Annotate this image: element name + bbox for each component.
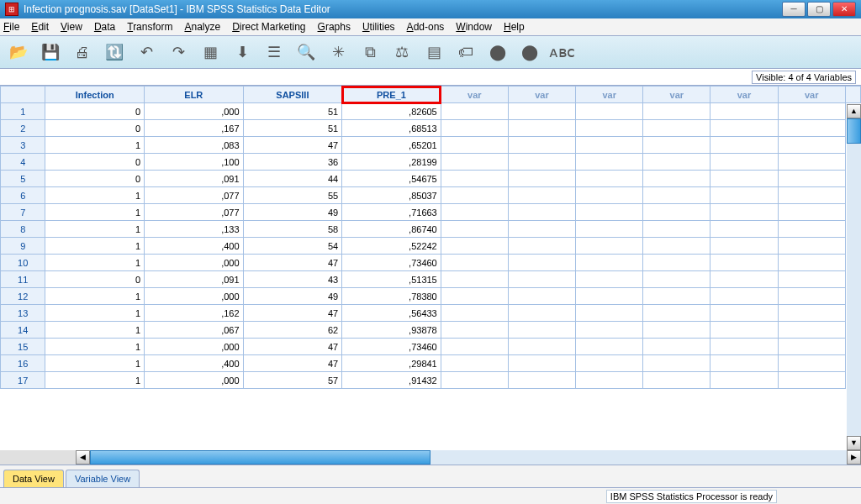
data-cell[interactable] [576, 120, 643, 137]
data-cell[interactable]: 1 [45, 187, 145, 204]
data-cell[interactable]: 0 [45, 154, 145, 171]
data-cell[interactable]: 43 [243, 271, 342, 288]
hscroll-thumb[interactable] [90, 450, 430, 465]
data-cell[interactable] [508, 271, 575, 288]
data-cell[interactable] [576, 305, 643, 322]
save-icon[interactable]: 💾 [39, 40, 62, 64]
row-header[interactable]: 7 [1, 204, 45, 221]
data-cell[interactable] [576, 255, 643, 271]
value-labels-icon[interactable]: 🏷 [454, 40, 478, 64]
row-header[interactable]: 5 [1, 171, 45, 187]
table-row[interactable]: 131,16247,56433 [1, 305, 861, 322]
data-cell[interactable]: 1 [45, 339, 145, 355]
table-row[interactable]: 161,40047,29841 [1, 355, 861, 372]
table-row[interactable]: 171,00057,91432 [1, 372, 861, 389]
data-cell[interactable]: 47 [243, 255, 342, 271]
data-cell[interactable] [643, 171, 710, 187]
column-header-pre_1[interactable]: PRE_1 [342, 87, 441, 103]
scroll-right-icon[interactable]: ▶ [847, 450, 861, 465]
data-cell[interactable] [643, 221, 710, 238]
table-row[interactable]: 71,07749,71663 [1, 204, 861, 221]
data-cell[interactable] [576, 355, 643, 372]
data-cell[interactable]: ,133 [145, 221, 244, 238]
data-cell[interactable] [643, 238, 710, 255]
data-cell[interactable] [508, 154, 575, 171]
data-cell[interactable] [441, 154, 508, 171]
data-cell[interactable] [778, 339, 845, 355]
data-cell[interactable]: ,93878 [342, 322, 441, 339]
data-cell[interactable] [576, 372, 643, 389]
tab-data-view[interactable]: Data View [3, 470, 64, 487]
data-cell[interactable] [441, 238, 508, 255]
data-cell[interactable] [710, 204, 778, 221]
data-cell[interactable] [441, 103, 508, 120]
data-cell[interactable] [778, 322, 845, 339]
table-row[interactable]: 40,10036,28199 [1, 154, 861, 171]
data-cell[interactable] [710, 372, 778, 389]
data-cell[interactable]: 54 [243, 238, 342, 255]
data-cell[interactable]: 47 [243, 339, 342, 355]
data-cell[interactable] [710, 171, 778, 187]
column-header-var-9[interactable]: var [778, 87, 845, 103]
minimize-button[interactable]: ─ [782, 2, 806, 17]
column-header-var-4[interactable]: var [441, 87, 508, 103]
data-cell[interactable] [643, 120, 710, 137]
data-cell[interactable] [441, 372, 508, 389]
data-cell[interactable] [710, 271, 778, 288]
data-cell[interactable] [778, 187, 845, 204]
data-cell[interactable] [710, 103, 778, 120]
row-header[interactable]: 2 [1, 120, 45, 137]
data-cell[interactable]: 47 [243, 137, 342, 154]
data-cell[interactable] [778, 288, 845, 305]
menu-graphs[interactable]: Graphs [318, 21, 351, 33]
data-cell[interactable] [576, 154, 643, 171]
data-cell[interactable]: 1 [45, 221, 145, 238]
data-cell[interactable] [710, 355, 778, 372]
data-cell[interactable]: ,000 [145, 103, 244, 120]
data-cell[interactable]: ,077 [145, 204, 244, 221]
data-cell[interactable]: ,65201 [342, 137, 441, 154]
data-cell[interactable]: ,167 [145, 120, 244, 137]
data-cell[interactable]: ,91432 [342, 372, 441, 389]
menu-window[interactable]: Window [456, 21, 492, 33]
row-header[interactable]: 12 [1, 288, 45, 305]
data-cell[interactable]: 51 [243, 120, 342, 137]
row-header[interactable]: 11 [1, 271, 45, 288]
data-cell[interactable] [576, 288, 643, 305]
data-cell[interactable] [778, 255, 845, 271]
data-cell[interactable] [441, 204, 508, 221]
data-cell[interactable] [576, 187, 643, 204]
data-cell[interactable] [710, 187, 778, 204]
data-cell[interactable] [508, 204, 575, 221]
data-cell[interactable] [778, 103, 845, 120]
data-cell[interactable]: ,71663 [342, 204, 441, 221]
data-cell[interactable]: ,400 [145, 355, 244, 372]
variables-icon[interactable]: ☰ [262, 40, 286, 64]
data-cell[interactable]: 51 [243, 103, 342, 120]
menu-view[interactable]: View [61, 21, 82, 33]
data-cell[interactable]: 47 [243, 355, 342, 372]
data-cell[interactable] [576, 339, 643, 355]
data-cell[interactable] [508, 221, 575, 238]
data-cell[interactable]: 62 [243, 322, 342, 339]
select-icon[interactable]: ▤ [422, 40, 446, 64]
data-cell[interactable] [441, 187, 508, 204]
data-cell[interactable]: 49 [243, 288, 342, 305]
data-cell[interactable] [643, 372, 710, 389]
menu-transform[interactable]: Transform [127, 21, 172, 33]
data-cell[interactable] [576, 238, 643, 255]
data-cell[interactable]: ,29841 [342, 355, 441, 372]
data-cell[interactable] [643, 339, 710, 355]
data-cell[interactable]: ,400 [145, 238, 244, 255]
data-cell[interactable]: ,54675 [342, 171, 441, 187]
menu-file[interactable]: File [3, 21, 19, 33]
data-cell[interactable]: ,68513 [342, 120, 441, 137]
data-cell[interactable] [710, 288, 778, 305]
data-cell[interactable] [508, 255, 575, 271]
data-cell[interactable] [508, 103, 575, 120]
data-cell[interactable]: ,000 [145, 255, 244, 271]
goto-var-icon[interactable]: ⬇ [230, 40, 254, 64]
row-header[interactable]: 3 [1, 137, 45, 154]
row-header[interactable]: 15 [1, 339, 45, 355]
data-cell[interactable] [576, 103, 643, 120]
